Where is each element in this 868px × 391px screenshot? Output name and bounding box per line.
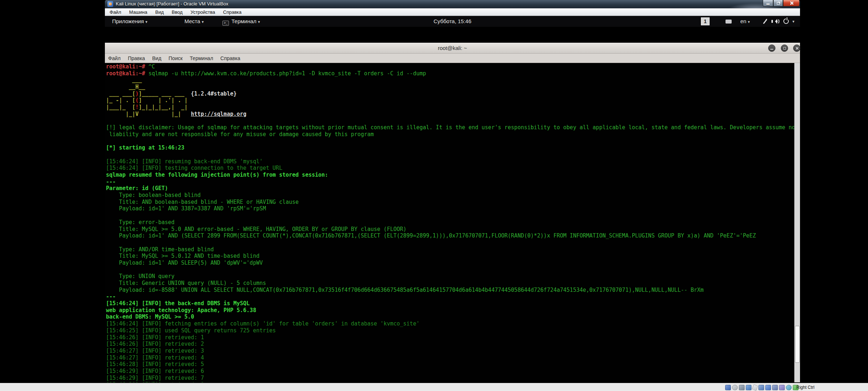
speaker-wave [775, 18, 779, 24]
terminal-line [106, 212, 793, 219]
close-icon [795, 47, 799, 50]
vbox-menu-machine[interactable]: Машина [129, 9, 147, 15]
video-capture-status-icon[interactable] [772, 385, 778, 390]
cd-status-icon[interactable] [732, 385, 738, 390]
terminal-menu-view[interactable]: Вид [152, 55, 161, 61]
terminal-line: [*] starting at 15:46:23 [106, 144, 793, 151]
terminal-line: web application technology: Apache, PHP … [106, 307, 793, 314]
network-status-icon[interactable] [746, 385, 752, 390]
close-button[interactable] [783, 0, 800, 7]
terminal-line [106, 266, 793, 273]
chevron-down-icon: ▾ [145, 20, 148, 24]
terminal-menu-terminal[interactable]: Терминал [190, 55, 213, 61]
terminal-maximize-button[interactable] [781, 45, 788, 52]
applications-label: Приложения [112, 18, 144, 24]
pencil-status-icon[interactable] [752, 384, 758, 391]
display-status-icon[interactable] [765, 385, 771, 390]
terminal-app-label: Терминал [231, 18, 256, 24]
terminal-line: Payload: id=-8588' UNION ALL SELECT NULL… [106, 287, 793, 294]
scrollbar-handle[interactable] [795, 326, 800, 363]
terminal-menu-edit[interactable]: Правка [128, 55, 145, 61]
vbox-window-title: Kali Linux (чистая) [Работает] - Oracle … [116, 0, 228, 8]
tools-tray-icon[interactable] [763, 19, 767, 24]
terminal-minimize-button[interactable] [768, 45, 775, 52]
terminal-output: root@kali:~# ^Croot@kali:~# sqlmap -u ht… [106, 63, 793, 388]
terminal-line: Title: Generic UNION query (NULL) - 5 co… [106, 280, 793, 287]
terminal-line: [15:46:24] [INFO] fetching entries of co… [106, 320, 793, 327]
host-key-label: Right Ctrl [796, 383, 814, 391]
mouse-integration-status-icon[interactable] [786, 385, 792, 390]
keyboard-layout-label: en [740, 18, 746, 24]
usb-status-icon[interactable] [779, 385, 785, 390]
terminal-line: ___ ___[)]_____ ___ ___ {1.2.4#stable} [106, 91, 793, 97]
keyboard-layout-indicator[interactable]: en ▾ [740, 16, 750, 27]
vbox-status-bar: Right Ctrl [0, 383, 868, 391]
terminal-menu-help[interactable]: Справка [220, 55, 240, 61]
terminal-line: Payload: id=1' AND SLEEP(5) AND 'dpWV'='… [106, 260, 793, 266]
close-icon [790, 1, 793, 5]
terminal-line [106, 239, 793, 246]
camera-tray-icon[interactable] [726, 20, 732, 24]
terminal-menu-file[interactable]: Файл [108, 55, 120, 61]
kali-top-panel: Приложения ▾ Места ▾ >_Терминал ▾ Суббот… [105, 16, 800, 27]
vbox-menubar: Файл Машина Вид Ввод Устройства Справка [105, 8, 800, 16]
terminal-line: |_|V |_| http://sqlmap.org [106, 111, 793, 118]
terminal-line: __H__ [106, 84, 793, 91]
maximize-icon [783, 47, 786, 50]
vbox-menu-input[interactable]: Ввод [172, 9, 183, 15]
vbox-menu-devices[interactable]: Устройства [191, 9, 215, 15]
terminal-scrollbar[interactable] [794, 63, 800, 391]
terminal-line: --- [106, 178, 793, 185]
restore-icon [777, 2, 780, 5]
vbox-titlebar[interactable]: Kali Linux (чистая) [Работает] - Oracle … [105, 0, 800, 8]
audio-status-icon[interactable] [739, 385, 745, 390]
vbox-menu-file[interactable]: Файл [110, 9, 121, 15]
terminal-line: back-end DBMS: MySQL >= 5.0 [106, 314, 793, 320]
terminal-canvas[interactable]: root@kali:~# ^Croot@kali:~# sqlmap -u ht… [105, 63, 800, 391]
vbox-menu-view[interactable]: Вид [155, 9, 164, 15]
terminal-line: Type: AND/OR time-based blind [106, 246, 793, 253]
terminal-line: [15:46:24] [INFO] resuming back-end DBMS… [106, 158, 793, 165]
terminal-line: Parameter: id (GET) [106, 185, 793, 192]
terminal-line: [15:46:29] [INFO] retrieved: 7 [106, 375, 793, 382]
system-menu-chevron-icon[interactable]: ▾ [792, 16, 795, 27]
terminal-line: liability and are not responsible for an… [106, 131, 793, 138]
terminal-close-button[interactable] [793, 45, 800, 52]
volume-icon[interactable] [771, 19, 779, 24]
terminal-line: [15:46:26] [INFO] retrieved: 2 [106, 341, 793, 348]
power-icon[interactable] [783, 18, 789, 24]
terminal-menubar: Файл Правка Вид Поиск Терминал Справка [105, 54, 800, 63]
workspace-indicator[interactable]: 1 [701, 17, 710, 25]
minimize-button[interactable] [763, 0, 773, 7]
terminal-line: [15:46:29] [INFO] retrieved: 6 [106, 368, 793, 375]
chevron-down-icon: ▾ [202, 20, 204, 24]
terminal-app-menu[interactable]: >_Терминал ▾ [222, 16, 260, 27]
terminal-line [106, 151, 793, 158]
clock[interactable]: Суббота, 15:46 [434, 16, 472, 27]
hdd-status-icon[interactable] [725, 385, 731, 390]
terminal-line: [15:46:28] [INFO] retrieved: 5 [106, 361, 793, 368]
restore-button[interactable] [773, 0, 783, 7]
terminal-line [106, 118, 793, 125]
terminal-menu-search[interactable]: Поиск [169, 55, 183, 61]
places-menu[interactable]: Места ▾ [184, 16, 204, 27]
minimize-icon [766, 4, 770, 5]
terminal-line: [15:46:25] [INFO] used SQL query returns… [106, 327, 793, 334]
terminal-line: ___ [106, 77, 793, 84]
places-label: Места [184, 18, 200, 24]
terminal-line: Payload: id=1' AND 3387=3387 AND 'rpSM'=… [106, 205, 793, 212]
terminal-line: Payload: id=1' AND (SELECT 2899 FROM(SEL… [106, 232, 793, 239]
virtualbox-window: Kali Linux (чистая) [Работает] - Oracle … [105, 0, 800, 383]
vm-screen: Приложения ▾ Места ▾ >_Терминал ▾ Суббот… [105, 16, 800, 383]
shared-folders-status-icon[interactable] [758, 385, 764, 390]
applications-menu[interactable]: Приложения ▾ [112, 16, 147, 27]
terminal-line: [15:46:24] [INFO] the back-end DBMS is M… [106, 300, 793, 307]
terminal-line: Title: AND boolean-based blind - WHERE o… [106, 199, 793, 206]
terminal-line: [15:46:27] [INFO] retrieved: 3 [106, 348, 793, 354]
chevron-down-icon: ▾ [258, 20, 260, 24]
terminal-line: |_ -| . [(] | .'| . | [106, 97, 793, 104]
minimize-icon [770, 49, 773, 50]
terminal-line: Type: error-based [106, 219, 793, 226]
chevron-down-icon: ▾ [748, 20, 750, 24]
vbox-menu-help[interactable]: Справка [223, 9, 242, 15]
